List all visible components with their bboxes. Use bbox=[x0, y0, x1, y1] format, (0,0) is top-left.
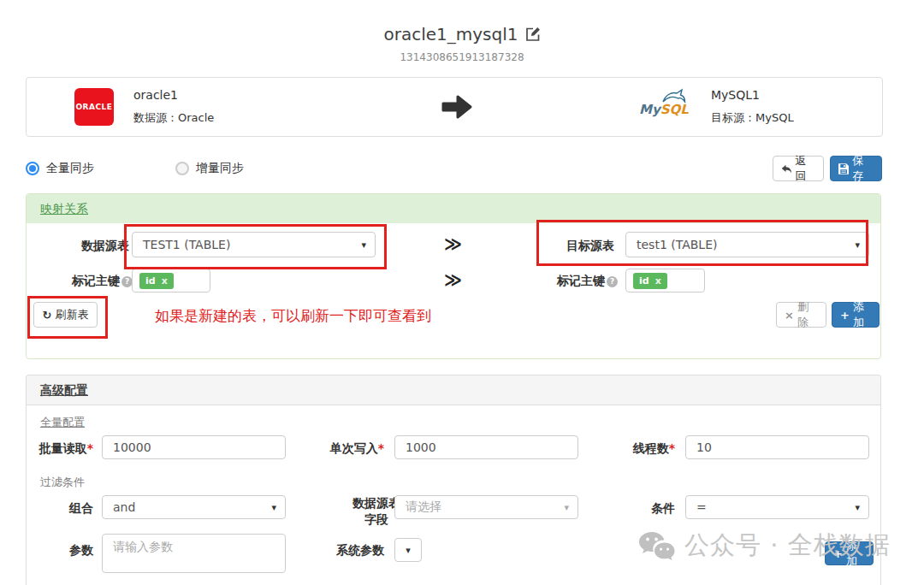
single-write-input[interactable] bbox=[394, 435, 578, 459]
batch-read-label-text: 批量读取 bbox=[39, 441, 87, 455]
radio-selected-icon[interactable] bbox=[26, 162, 39, 175]
required-mark: * bbox=[669, 441, 675, 455]
delete-button[interactable]: × 删除 bbox=[776, 302, 826, 328]
save-button[interactable]: 保存 bbox=[830, 156, 882, 181]
target-type-label: 目标源：MySQL bbox=[711, 110, 794, 126]
datasource-panel: ORACLE oracle1 数据源：Oracle MySQL MySQL1 目… bbox=[26, 77, 883, 137]
threads-input[interactable] bbox=[685, 435, 869, 459]
edit-icon[interactable] bbox=[525, 27, 541, 42]
source-field-select[interactable]: 请选择 ▾ bbox=[394, 495, 578, 519]
single-write-label-text: 单次写入 bbox=[330, 441, 378, 455]
chevrons-icon: ≫ bbox=[444, 269, 462, 290]
radio-label: 全量同步 bbox=[46, 161, 94, 176]
mysql-logo-text: MySQL bbox=[639, 102, 689, 117]
required-mark: * bbox=[87, 441, 93, 455]
advanced-section-title[interactable]: 高级配置 bbox=[40, 383, 88, 397]
save-icon bbox=[838, 163, 849, 174]
page-title: oracle1_mysql1 bbox=[383, 24, 518, 44]
target-table-select[interactable]: test1 (TABLE) ▾ bbox=[625, 232, 869, 257]
add-mapping-button[interactable]: + 添加 bbox=[832, 302, 880, 328]
save-label: 保存 bbox=[852, 153, 874, 184]
mapping-panel: 映射关系 数据源表 TEST1 (TABLE) ▾ ≫ 目标源表 test1 (… bbox=[26, 193, 881, 359]
single-write-label: 单次写入* bbox=[309, 441, 384, 457]
source-name: oracle1 bbox=[133, 88, 178, 102]
source-table-select[interactable]: TEST1 (TABLE) ▾ bbox=[132, 232, 376, 257]
sync-mode-radio-incremental[interactable]: 增量同步 bbox=[175, 161, 244, 176]
param-textarea[interactable] bbox=[102, 534, 286, 573]
source-type-label: 数据源：Oracle bbox=[133, 110, 214, 126]
back-label: 返回 bbox=[796, 153, 815, 184]
threads-label: 线程数* bbox=[608, 441, 675, 457]
required-mark: * bbox=[378, 441, 384, 455]
pk-tag-text: id bbox=[145, 275, 156, 287]
refresh-table-button[interactable]: ↻ 刷新表 bbox=[33, 302, 98, 328]
plus-icon: + bbox=[840, 309, 850, 322]
page-title-row: oracle1_mysql1 bbox=[0, 22, 924, 44]
add-label: 添加 bbox=[853, 299, 871, 330]
combine-label: 组合 bbox=[27, 501, 93, 517]
tag-remove-icon[interactable]: x bbox=[655, 275, 661, 287]
caret-down-icon: ▾ bbox=[855, 502, 860, 513]
combine-value: and bbox=[113, 500, 135, 514]
plus-icon: + bbox=[833, 547, 843, 560]
condition-label: 条件 bbox=[608, 501, 675, 517]
system-param-select[interactable]: ▾ bbox=[394, 538, 422, 562]
chevrons-icon: ≫ bbox=[444, 233, 462, 254]
pk-tag: idx bbox=[139, 273, 174, 289]
oracle-logo-text: ORACLE bbox=[75, 103, 112, 111]
oracle-logo: ORACLE bbox=[74, 88, 114, 126]
source-table-label: 数据源表 bbox=[44, 239, 129, 254]
threads-label-text: 线程数 bbox=[633, 441, 669, 455]
caret-down-icon: ▾ bbox=[406, 545, 411, 556]
back-button[interactable]: 返回 bbox=[773, 156, 824, 181]
caret-down-icon: ▾ bbox=[271, 502, 276, 513]
refresh-icon: ↻ bbox=[43, 309, 52, 322]
source-pk-input[interactable]: idx bbox=[132, 269, 210, 292]
back-arrow-icon bbox=[781, 163, 792, 174]
caret-down-icon: ▾ bbox=[564, 502, 569, 513]
target-pk-input[interactable]: idx bbox=[625, 269, 705, 292]
pk-tag-text: id bbox=[639, 275, 649, 287]
close-icon: × bbox=[785, 309, 794, 322]
system-param-label: 系统参数 bbox=[309, 543, 384, 558]
mapping-panel-header: 映射关系 bbox=[27, 194, 880, 223]
condition-value: = bbox=[696, 500, 707, 514]
combine-select[interactable]: and ▾ bbox=[102, 495, 286, 519]
job-id: 1314308651913187328 bbox=[0, 51, 924, 63]
condition-select[interactable]: = ▾ bbox=[685, 495, 869, 519]
target-pk-label-text: 标记主键 bbox=[557, 274, 605, 287]
source-table-value: TEST1 (TABLE) bbox=[143, 238, 230, 251]
advanced-panel-header: 高级配置 bbox=[27, 375, 880, 405]
transfer-arrow-icon bbox=[441, 93, 473, 121]
target-table-label: 目标源表 bbox=[523, 239, 614, 254]
annotation-text: 如果是新建的表，可以刷新一下即可查看到 bbox=[155, 306, 431, 326]
page: oracle1_mysql1 1314308651913187328 ORACL… bbox=[0, 0, 924, 585]
batch-read-input[interactable] bbox=[102, 435, 286, 459]
caret-down-icon: ▾ bbox=[361, 239, 366, 251]
source-field-placeholder: 请选择 bbox=[406, 499, 441, 515]
radio-unselected-icon[interactable] bbox=[175, 162, 189, 175]
mysql-logo: MySQL bbox=[639, 90, 699, 124]
mapping-section-title[interactable]: 映射关系 bbox=[40, 202, 88, 216]
add-label: 添加 bbox=[846, 538, 865, 569]
delete-label: 删除 bbox=[797, 299, 818, 330]
pk-tag: idx bbox=[633, 273, 667, 289]
filter-group-title: 过滤条件 bbox=[40, 475, 85, 490]
param-label: 参数 bbox=[27, 543, 93, 558]
caret-down-icon: ▾ bbox=[855, 239, 860, 251]
tag-remove-icon[interactable]: x bbox=[162, 275, 168, 287]
target-pk-label: 标记主键? bbox=[523, 274, 618, 289]
target-table-value: test1 (TABLE) bbox=[637, 238, 717, 251]
add-filter-button[interactable]: + 添加 bbox=[825, 541, 874, 565]
target-name: MySQL1 bbox=[711, 88, 760, 102]
source-pk-label-text: 标记主键 bbox=[72, 274, 120, 287]
source-pk-label: 标记主键? bbox=[44, 274, 133, 289]
batch-read-label: 批量读取* bbox=[27, 441, 93, 457]
help-icon[interactable]: ? bbox=[607, 276, 618, 287]
refresh-label: 刷新表 bbox=[55, 307, 88, 322]
radio-label: 增量同步 bbox=[196, 161, 244, 176]
advanced-panel: 高级配置 全量配置 批量读取* 单次写入* 线程数* 过滤条件 组合 and ▾… bbox=[26, 375, 881, 585]
sync-mode-radio-full[interactable]: 全量同步 bbox=[26, 161, 94, 176]
full-sync-group-title[interactable]: 全量配置 bbox=[40, 415, 85, 430]
